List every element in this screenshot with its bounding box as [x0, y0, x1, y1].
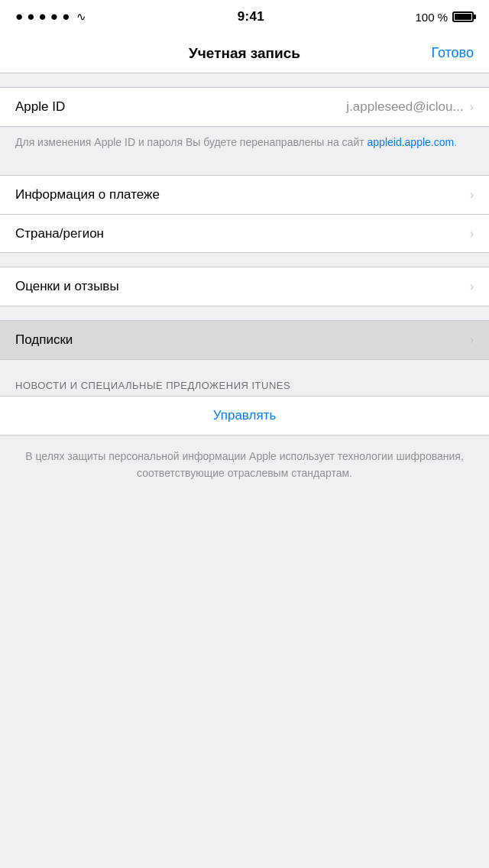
subscriptions-group: Подписки ›: [0, 320, 489, 360]
apple-id-desc-prefix: Для изменения Apple ID и пароля Вы будет…: [15, 136, 368, 148]
status-bar: ● ● ● ● ● ∿ 9:41 100 %: [0, 0, 489, 34]
done-button[interactable]: Готово: [428, 45, 474, 61]
region-cell[interactable]: Страна/регион ›: [0, 214, 489, 252]
subscriptions-label: Подписки: [15, 332, 73, 348]
payment-region-section: Информация о платеже › Страна/регион ›: [0, 175, 489, 253]
apple-id-value: j.appleseed@iclou...: [346, 99, 463, 115]
apple-id-cell[interactable]: Apple ID j.appleseed@iclou... ›: [0, 88, 489, 126]
ratings-label: Оценки и отзывы: [15, 279, 119, 294]
ratings-group: Оценки и отзывы ›: [0, 267, 489, 306]
battery-icon: [452, 11, 474, 22]
apple-id-right: j.appleseed@iclou... ›: [346, 99, 474, 115]
apple-id-group: Apple ID j.appleseed@iclou... ›: [0, 87, 489, 127]
ratings-chevron: ›: [470, 280, 474, 293]
signal-area: ● ● ● ● ● ∿: [15, 9, 86, 24]
news-section-header: Новости и специальные предложения iTunes: [0, 374, 489, 396]
news-section: Новости и специальные предложения iTunes…: [0, 374, 489, 436]
payment-cell[interactable]: Информация о платеже ›: [0, 176, 489, 214]
subscriptions-right: ›: [470, 333, 474, 347]
battery-area: 100 %: [415, 11, 474, 24]
nav-bar: Учетная запись Готово: [0, 34, 489, 73]
ratings-cell[interactable]: Оценки и отзывы ›: [0, 267, 489, 306]
payment-region-group: Информация о платеже › Страна/регион ›: [0, 175, 489, 253]
apple-id-link[interactable]: appleid.apple.com: [368, 136, 455, 148]
subscriptions-chevron: ›: [470, 333, 474, 347]
apple-id-desc-suffix: .: [454, 136, 457, 148]
battery-fill: [455, 14, 471, 20]
signal-dots: ● ● ● ● ●: [15, 9, 70, 24]
subscriptions-section: Подписки ›: [0, 320, 489, 360]
ratings-right: ›: [470, 280, 474, 293]
manage-cell[interactable]: Управлять: [0, 397, 489, 435]
wifi-icon: ∿: [76, 10, 86, 24]
apple-id-section: Apple ID j.appleseed@iclou... › Для изме…: [0, 87, 489, 161]
apple-id-chevron: ›: [470, 100, 474, 114]
apple-id-description: Для изменения Apple ID и пароля Вы будет…: [0, 127, 489, 161]
manage-label: Управлять: [213, 408, 277, 423]
apple-id-desc-text: Для изменения Apple ID и пароля Вы будет…: [15, 136, 457, 148]
ratings-section: Оценки и отзывы ›: [0, 267, 489, 306]
apple-id-label: Apple ID: [15, 99, 65, 115]
payment-right: ›: [470, 188, 474, 202]
region-label: Страна/регион: [15, 226, 104, 241]
payment-label: Информация о платеже: [15, 187, 160, 202]
nav-title: Учетная запись: [61, 45, 428, 62]
region-chevron: ›: [470, 227, 474, 241]
subscriptions-cell[interactable]: Подписки ›: [0, 321, 489, 359]
payment-chevron: ›: [470, 188, 474, 202]
news-group: Управлять: [0, 396, 489, 436]
footer-text: В целях защиты персональной информации A…: [0, 436, 489, 494]
status-time: 9:41: [238, 9, 264, 24]
battery-percent: 100 %: [415, 11, 448, 24]
region-right: ›: [470, 227, 474, 241]
